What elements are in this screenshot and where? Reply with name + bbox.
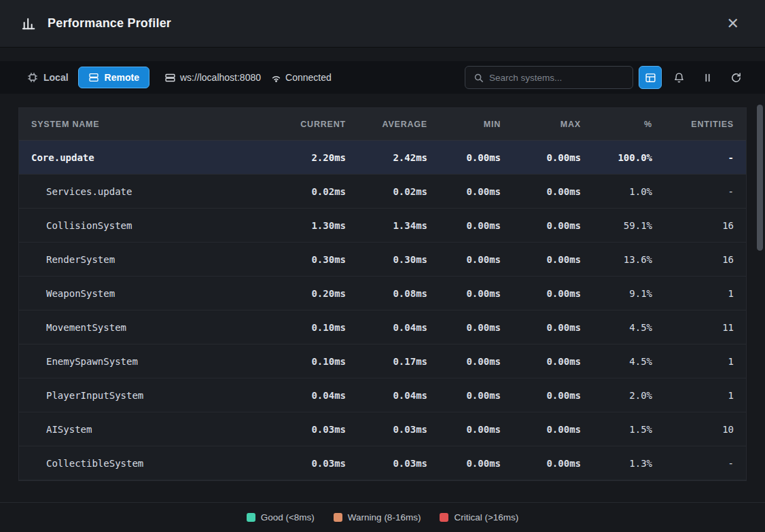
- titlebar: Performance Profiler ✕: [0, 0, 765, 48]
- column-header-current: CURRENT: [278, 120, 358, 129]
- legend-swatch: [334, 513, 342, 522]
- cell-average: 1.34ms: [358, 220, 440, 231]
- cell-max: 0.00ms: [513, 288, 593, 299]
- cell-average: 0.04ms: [358, 390, 440, 401]
- table-row[interactable]: RenderSystem0.30ms0.30ms0.00ms0.00ms13.6…: [19, 243, 746, 277]
- cell-average: 0.08ms: [358, 288, 440, 299]
- local-mode-button[interactable]: Local: [18, 67, 78, 88]
- table-header-row: SYSTEM NAME CURRENT AVERAGE MIN MAX % EN…: [19, 108, 746, 141]
- search-box[interactable]: [465, 66, 633, 89]
- column-header-system-name: SYSTEM NAME: [19, 120, 278, 129]
- legend-item: Good (<8ms): [247, 512, 315, 522]
- cell-max: 0.00ms: [513, 254, 593, 265]
- bar-chart-icon: [22, 16, 37, 31]
- cell-average: 0.03ms: [358, 458, 440, 469]
- remote-mode-button[interactable]: Remote: [78, 67, 149, 88]
- cell-entities: 1: [664, 356, 746, 367]
- cell-average: 0.17ms: [358, 356, 440, 367]
- cell-system-name: WeaponSystem: [19, 288, 278, 299]
- cell-average: 2.42ms: [358, 152, 440, 163]
- legend-label: Good (<8ms): [261, 512, 315, 522]
- column-header-min: MIN: [440, 120, 513, 129]
- search-icon: [474, 73, 484, 83]
- cell-percent: 1.0%: [593, 186, 664, 197]
- table-row[interactable]: CollectibleSystem0.03ms0.03ms0.00ms0.00m…: [19, 446, 746, 480]
- cell-system-name: Services.update: [19, 186, 278, 197]
- page-title: Performance Profiler: [48, 16, 171, 31]
- cell-percent: 9.1%: [593, 288, 664, 299]
- cell-max: 0.00ms: [513, 390, 593, 401]
- legend-bar: Good (<8ms)Warning (8-16ms)Critical (>16…: [0, 502, 765, 532]
- scrollbar-thumb[interactable]: [757, 105, 763, 251]
- wifi-icon: [270, 72, 282, 84]
- cell-percent: 13.6%: [593, 254, 664, 265]
- cell-min: 0.00ms: [440, 220, 513, 231]
- local-mode-label: Local: [43, 72, 69, 83]
- cell-entities: -: [664, 458, 746, 469]
- cell-min: 0.00ms: [440, 356, 513, 367]
- cell-min: 0.00ms: [440, 390, 513, 401]
- table-row[interactable]: MovementSystem0.10ms0.04ms0.00ms0.00ms4.…: [19, 311, 746, 344]
- cell-system-name: RenderSystem: [19, 254, 278, 265]
- cell-current: 0.03ms: [278, 424, 358, 435]
- refresh-button[interactable]: [724, 66, 747, 89]
- connection-status: Connected: [270, 72, 332, 84]
- cell-min: 0.00ms: [440, 254, 513, 265]
- table-row[interactable]: AISystem0.03ms0.03ms0.00ms0.00ms1.5%10: [19, 412, 746, 446]
- connection-status-text: Connected: [285, 72, 332, 83]
- table-row[interactable]: PlayerInputSystem0.04ms0.04ms0.00ms0.00m…: [19, 378, 746, 412]
- column-header-max: MAX: [513, 120, 593, 129]
- column-header-percent: %: [593, 120, 664, 129]
- legend-item: Warning (8-16ms): [334, 512, 421, 522]
- search-input[interactable]: [489, 73, 624, 83]
- cell-max: 0.00ms: [513, 356, 593, 367]
- cell-min: 0.00ms: [440, 152, 513, 163]
- cell-entities: 16: [664, 220, 746, 231]
- cell-percent: 4.5%: [593, 356, 664, 367]
- cell-max: 0.00ms: [513, 186, 593, 197]
- pause-icon: [702, 73, 713, 83]
- cell-system-name: MovementSystem: [19, 322, 278, 333]
- toolbar: Local Remote ws://localhost:8080: [0, 61, 765, 94]
- cell-current: 0.10ms: [278, 322, 358, 333]
- legend-swatch: [247, 513, 255, 522]
- table-view-button[interactable]: [639, 66, 662, 89]
- table-row[interactable]: Services.update0.02ms0.02ms0.00ms0.00ms1…: [19, 175, 746, 209]
- cell-system-name: AISystem: [19, 424, 278, 435]
- table-row[interactable]: WeaponSystem0.20ms0.08ms0.00ms0.00ms9.1%…: [19, 277, 746, 311]
- cell-min: 0.00ms: [440, 424, 513, 435]
- table-row[interactable]: EnemySpawnSystem0.10ms0.17ms0.00ms0.00ms…: [19, 344, 746, 378]
- websocket-url: ws://localhost:8080: [164, 72, 261, 84]
- refresh-icon: [730, 72, 742, 84]
- cell-percent: 100.0%: [593, 152, 664, 163]
- table-body: Core.update2.20ms2.42ms0.00ms0.00ms100.0…: [19, 141, 746, 480]
- bell-icon: [673, 72, 685, 84]
- cell-average: 0.04ms: [358, 322, 440, 333]
- alerts-button[interactable]: [667, 66, 690, 89]
- pause-button[interactable]: [696, 66, 719, 89]
- column-header-average: AVERAGE: [358, 120, 440, 129]
- cell-min: 0.00ms: [440, 186, 513, 197]
- cell-percent: 1.3%: [593, 458, 664, 469]
- cell-entities: 11: [664, 322, 746, 333]
- cell-system-name: EnemySpawnSystem: [19, 356, 278, 367]
- legend-label: Warning (8-16ms): [348, 512, 421, 522]
- cell-percent: 59.1%: [593, 220, 664, 231]
- cell-current: 1.30ms: [278, 220, 358, 231]
- cell-min: 0.00ms: [440, 322, 513, 333]
- cell-current: 0.20ms: [278, 288, 358, 299]
- table-row[interactable]: CollisionSystem1.30ms1.34ms0.00ms0.00ms5…: [19, 209, 746, 243]
- table-row[interactable]: Core.update2.20ms2.42ms0.00ms0.00ms100.0…: [19, 141, 746, 175]
- close-icon[interactable]: ✕: [723, 14, 743, 34]
- cell-entities: 16: [664, 254, 746, 265]
- websocket-url-text: ws://localhost:8080: [180, 72, 261, 83]
- legend-label: Critical (>16ms): [454, 512, 518, 522]
- cell-max: 0.00ms: [513, 220, 593, 231]
- remote-mode-label: Remote: [105, 72, 139, 83]
- cell-entities: 1: [664, 288, 746, 299]
- legend-swatch: [440, 513, 448, 522]
- cell-max: 0.00ms: [513, 152, 593, 163]
- cell-percent: 2.0%: [593, 390, 664, 401]
- scrollbar-track[interactable]: [757, 102, 763, 499]
- cell-current: 0.02ms: [278, 186, 358, 197]
